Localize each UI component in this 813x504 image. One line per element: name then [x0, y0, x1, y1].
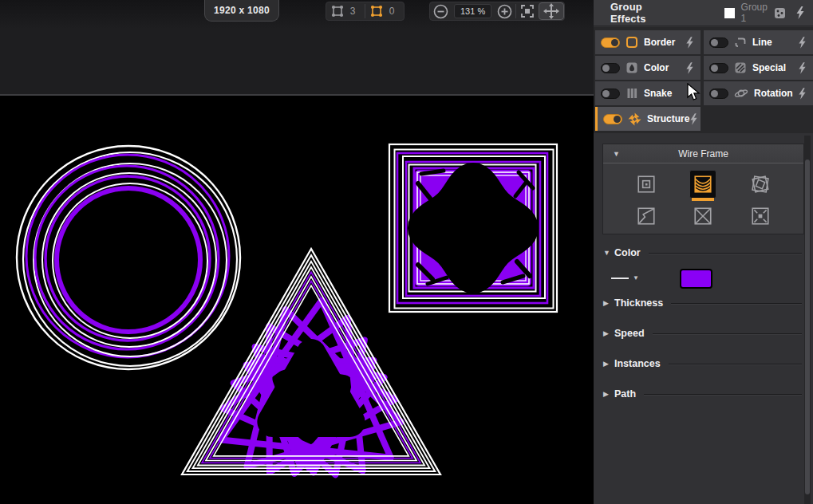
section-thickness-label: Thickness: [614, 297, 663, 309]
section-instances-label: Instances: [614, 358, 661, 369]
section-rule: [671, 303, 802, 304]
section-speed-label: Speed: [614, 328, 645, 339]
fit-view-button[interactable]: [516, 2, 539, 20]
color-drop-icon: [626, 61, 638, 74]
rotation-label: Rotation: [754, 88, 793, 99]
effect-row-color[interactable]: Color: [595, 56, 701, 80]
panel-scrollbar-thumb[interactable]: [805, 159, 810, 494]
projection-canvas[interactable]: [0, 96, 594, 504]
section-path-label: Path: [614, 388, 636, 400]
special-toggle[interactable]: [709, 63, 728, 73]
section-rule: [669, 364, 802, 364]
snake-bars-icon: [626, 87, 638, 100]
wireframe-title: Wire Frame: [603, 148, 803, 159]
caret-right-icon[interactable]: ▶: [603, 299, 614, 307]
zoom-level-value[interactable]: 131 %: [454, 4, 491, 18]
quad-points-selected-icon: [369, 4, 384, 18]
structure-toggle[interactable]: [603, 114, 622, 124]
resolution-button[interactable]: 1920 x 1080: [204, 0, 279, 22]
panel-header: Group Effects Group 1: [594, 0, 813, 26]
border-bolt-icon[interactable]: [685, 37, 694, 49]
caret-down-icon[interactable]: ▼: [603, 249, 614, 257]
wf-option-crossed-diagonals[interactable]: [689, 202, 716, 230]
group-selector[interactable]: Group 1: [724, 2, 774, 24]
border-icon: [626, 36, 638, 49]
section-color-label: Color: [614, 247, 641, 258]
effect-color-swatch[interactable]: [680, 269, 712, 289]
wireframe-panel: ▼ Wire Frame: [602, 144, 804, 234]
section-rule: [644, 394, 802, 395]
quad-points-icon: [330, 4, 345, 18]
effect-row-line[interactable]: Line: [704, 30, 813, 54]
wf-option-rotated-squares[interactable]: [747, 170, 774, 199]
structure-label: Structure: [647, 113, 689, 124]
mouse-cursor: [687, 83, 701, 101]
section-color[interactable]: ▼ Color: [603, 247, 802, 258]
laser-shapes-drawing: [0, 96, 594, 504]
effect-row-snake[interactable]: Snake: [595, 81, 701, 105]
color-label: Color: [644, 62, 669, 73]
wireframe-options-grid: [603, 163, 803, 230]
snake-label: Snake: [644, 88, 672, 99]
effect-row-rotation[interactable]: Rotation: [704, 81, 813, 105]
resolution-label: 1920 x 1080: [214, 5, 270, 16]
wf-option-draped-wireframe[interactable]: [689, 170, 716, 199]
special-bolt-icon[interactable]: [798, 62, 807, 74]
section-instances[interactable]: ▶ Instances: [603, 358, 802, 369]
rotation-orbit-icon: [734, 87, 748, 100]
effect-row-structure[interactable]: Structure: [595, 107, 701, 131]
zoom-toolbar: 131 %: [429, 2, 565, 21]
wireframe-header[interactable]: ▼ Wire Frame: [603, 144, 803, 163]
color-bolt-icon[interactable]: [685, 62, 694, 74]
section-speed[interactable]: ▶ Speed: [603, 328, 802, 339]
section-rule: [653, 333, 802, 334]
wf-option-concentric-squares[interactable]: [633, 170, 660, 199]
section-rule: [649, 253, 802, 254]
effect-row-border[interactable]: Border: [595, 30, 701, 54]
special-hatch-icon: [734, 61, 747, 74]
line-icon: [734, 36, 747, 49]
rotation-bolt-icon[interactable]: [798, 88, 807, 100]
color-toggle[interactable]: [601, 63, 620, 73]
line-toggle[interactable]: [709, 37, 728, 48]
border-toggle[interactable]: [601, 37, 620, 48]
line-bolt-icon[interactable]: [798, 37, 807, 49]
zoom-in-button[interactable]: [494, 2, 515, 20]
group-effects-panel: Group Effects Group 1 Border: [594, 0, 813, 504]
effect-row-special[interactable]: Special: [704, 56, 813, 80]
caret-right-icon[interactable]: ▶: [603, 360, 614, 368]
section-thickness[interactable]: ▶ Thickness: [603, 297, 802, 309]
zoom-out-button[interactable]: [430, 2, 452, 20]
points-count: 3: [345, 6, 361, 17]
points-tool[interactable]: 3: [326, 2, 365, 20]
snake-toggle[interactable]: [601, 89, 620, 99]
pan-tool-button[interactable]: [539, 2, 564, 20]
border-label: Border: [644, 37, 675, 48]
group-color-swatch[interactable]: [724, 8, 734, 18]
wf-option-dashed-cross-center[interactable]: [747, 202, 774, 230]
line-label: Line: [752, 37, 772, 48]
points-toolbar: 3 0: [326, 2, 405, 21]
wf-option-diagonal-fold[interactable]: [633, 202, 660, 230]
line-style-preview: [611, 278, 629, 279]
special-label: Special: [752, 62, 786, 73]
caret-right-icon[interactable]: ▶: [603, 329, 614, 337]
caret-down-icon: ▼: [633, 274, 639, 282]
effects-bolt-icon[interactable]: [795, 6, 805, 19]
structure-bolt-icon[interactable]: [689, 113, 698, 125]
rotation-toggle[interactable]: [709, 89, 728, 99]
caret-right-icon[interactable]: ▶: [603, 390, 614, 398]
randomize-dice-icon[interactable]: [774, 7, 786, 19]
selected-points-tool[interactable]: 0: [365, 2, 404, 20]
structure-pinwheel-icon: [628, 112, 641, 126]
panel-title: Group Effects: [610, 1, 678, 25]
section-path[interactable]: ▶ Path: [603, 388, 802, 400]
line-style-dropdown[interactable]: ▼: [611, 274, 639, 282]
group-name: Group 1: [741, 2, 774, 24]
selected-points-count: 0: [384, 6, 400, 17]
